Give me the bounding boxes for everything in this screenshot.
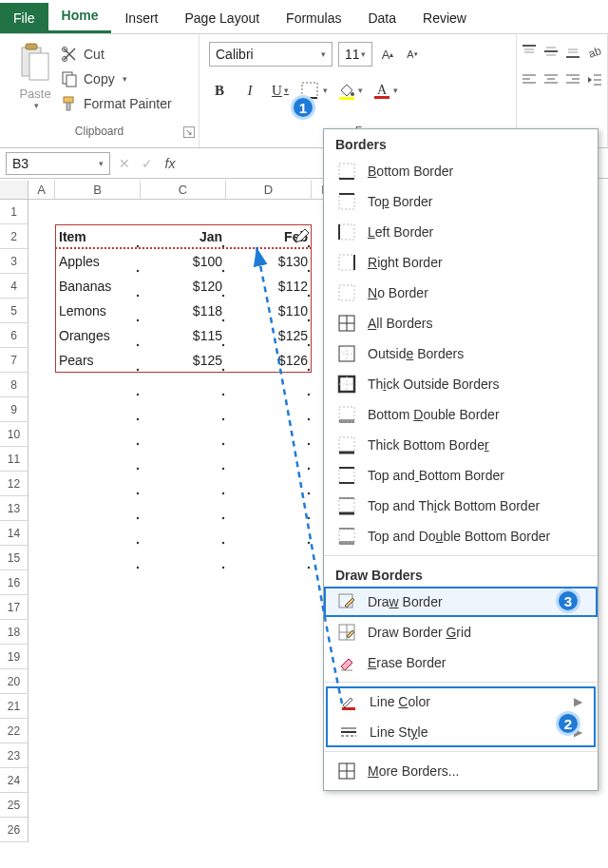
align-center[interactable] bbox=[542, 70, 560, 89]
paste-label[interactable]: Paste bbox=[10, 87, 61, 101]
italic-button[interactable]: I bbox=[239, 80, 260, 101]
row-header-16[interactable]: 16 bbox=[0, 570, 28, 595]
menu-none[interactable]: No Border bbox=[324, 278, 598, 308]
menu-left[interactable]: Left Border bbox=[324, 217, 598, 247]
row-header-17[interactable]: 17 bbox=[0, 595, 28, 620]
row-header-15[interactable]: 15 bbox=[0, 546, 28, 570]
row-header-22[interactable]: 22 bbox=[0, 719, 28, 743]
row-header-6[interactable]: 6 bbox=[0, 323, 28, 348]
row-header-10[interactable]: 10 bbox=[0, 422, 28, 447]
col-header-D[interactable]: D bbox=[226, 181, 312, 200]
menu-topthkbtm[interactable]: Top and Thick Bottom Border bbox=[324, 491, 598, 521]
row-header-23[interactable]: 23 bbox=[0, 743, 28, 768]
menu-thkbtm[interactable]: Thick Bottom Border bbox=[324, 430, 598, 460]
all-border-icon bbox=[337, 314, 356, 333]
row-header-8[interactable]: 8 bbox=[0, 373, 28, 397]
row-header-9[interactable]: 9 bbox=[0, 397, 28, 422]
orientation-button[interactable]: ab bbox=[585, 42, 603, 61]
align-bottom[interactable] bbox=[564, 42, 582, 61]
tab-page-layout[interactable]: Page Layout bbox=[171, 3, 273, 33]
font-name-combo[interactable]: Calibri▾ bbox=[209, 42, 332, 67]
fill-color-button[interactable]: ▾ bbox=[337, 81, 363, 100]
svg-rect-81 bbox=[339, 194, 354, 209]
enter-icon[interactable]: ✓ bbox=[136, 156, 159, 171]
cut-button[interactable]: Cut bbox=[61, 42, 194, 67]
menu-topdblbtm[interactable]: Top and Double Bottom Border bbox=[324, 521, 598, 551]
decrease-indent[interactable] bbox=[585, 70, 603, 89]
menu-more[interactable]: More Borders... bbox=[324, 756, 598, 786]
underline-button[interactable]: U▾ bbox=[270, 80, 291, 101]
tab-home[interactable]: Home bbox=[48, 0, 112, 33]
font-size-combo[interactable]: 11▾ bbox=[338, 42, 372, 67]
svg-rect-87 bbox=[339, 285, 354, 300]
menu-btmdbl[interactable]: Bottom Double Border bbox=[324, 399, 598, 430]
svg-point-75 bbox=[308, 542, 310, 544]
menu-all[interactable]: All Borders bbox=[324, 308, 598, 338]
row-header-7[interactable]: 7 bbox=[0, 348, 28, 373]
font-color-button[interactable]: A ▾ bbox=[372, 81, 398, 100]
align-right[interactable] bbox=[564, 70, 582, 89]
row-header-19[interactable]: 19 bbox=[0, 645, 28, 669]
menu-label: Thick Outside Borders bbox=[368, 376, 584, 392]
row-header-26[interactable]: 26 bbox=[0, 818, 28, 842]
row-header-20[interactable]: 20 bbox=[0, 669, 28, 694]
decrease-font-size[interactable]: A▾ bbox=[403, 44, 422, 65]
svg-rect-105 bbox=[339, 498, 354, 513]
align-left[interactable] bbox=[521, 70, 539, 89]
row-header-2[interactable]: 2 bbox=[0, 224, 28, 249]
tab-data[interactable]: Data bbox=[354, 3, 409, 33]
menu-topbtm[interactable]: Top and Bottom Border bbox=[324, 460, 598, 491]
menu-right[interactable]: Right Border bbox=[324, 247, 598, 278]
menu-top[interactable]: Top Border bbox=[324, 186, 598, 217]
menu-label: Bottom Double Border bbox=[368, 407, 584, 422]
row-header-14[interactable]: 14 bbox=[0, 521, 28, 546]
tab-formulas[interactable]: Formulas bbox=[273, 3, 354, 33]
fx-icon[interactable]: fx bbox=[159, 156, 181, 171]
row-header-1[interactable]: 1 bbox=[0, 200, 28, 224]
erase-border-icon bbox=[337, 653, 356, 672]
tab-file[interactable]: File bbox=[0, 3, 48, 33]
col-header-B[interactable]: B bbox=[55, 181, 141, 200]
row-header-24[interactable]: 24 bbox=[0, 768, 28, 793]
row-header-4[interactable]: 4 bbox=[0, 274, 28, 299]
menu-erase[interactable]: Erase Border bbox=[324, 647, 598, 678]
menu-outside[interactable]: Outside Borders bbox=[324, 338, 598, 369]
paste-icon[interactable] bbox=[16, 42, 54, 84]
align-middle[interactable] bbox=[542, 42, 560, 61]
col-header-A[interactable]: A bbox=[28, 181, 55, 200]
menu-grid[interactable]: Draw Border Grid bbox=[324, 617, 598, 647]
name-box[interactable]: B3▾ bbox=[6, 152, 110, 175]
tab-review[interactable]: Review bbox=[409, 3, 480, 33]
select-all-corner[interactable] bbox=[0, 181, 28, 200]
clipboard-dialog-launcher[interactable]: ↘ bbox=[183, 126, 195, 138]
format-painter-button[interactable]: Format Painter bbox=[61, 91, 194, 116]
bold-button[interactable]: B bbox=[209, 80, 230, 101]
menu-color[interactable]: Line Color▶ bbox=[326, 686, 596, 717]
row-header-21[interactable]: 21 bbox=[0, 694, 28, 719]
svg-point-59 bbox=[222, 418, 224, 420]
svg-rect-102 bbox=[339, 468, 354, 483]
menu-bottom[interactable]: Bottom Border bbox=[324, 156, 598, 186]
row-header-25[interactable]: 25 bbox=[0, 793, 28, 818]
col-header-C[interactable]: C bbox=[141, 181, 226, 200]
row-header-12[interactable]: 12 bbox=[0, 472, 28, 496]
row-header-13[interactable]: 13 bbox=[0, 496, 28, 521]
align-top[interactable] bbox=[521, 42, 539, 61]
tab-insert[interactable]: Insert bbox=[111, 3, 171, 33]
none-border-icon bbox=[337, 283, 356, 302]
svg-point-62 bbox=[222, 443, 224, 445]
menu-label: Bottom Border bbox=[368, 164, 584, 179]
cancel-icon[interactable]: ✕ bbox=[113, 156, 136, 171]
increase-font-size[interactable]: A▴ bbox=[378, 44, 397, 65]
svg-text:A: A bbox=[377, 83, 388, 97]
row-header-11[interactable]: 11 bbox=[0, 447, 28, 472]
svg-point-64 bbox=[137, 468, 139, 470]
style-border-icon bbox=[339, 723, 358, 742]
menu-thick[interactable]: Thick Outside Borders bbox=[324, 369, 598, 399]
row-header-18[interactable]: 18 bbox=[0, 620, 28, 645]
copy-button[interactable]: Copy ▾ bbox=[61, 67, 194, 91]
row-header-3[interactable]: 3 bbox=[0, 249, 28, 274]
paste-dropdown[interactable]: ▾ bbox=[11, 101, 61, 110]
row-header-5[interactable]: 5 bbox=[0, 299, 28, 323]
menu-label: Draw Border bbox=[368, 594, 584, 609]
